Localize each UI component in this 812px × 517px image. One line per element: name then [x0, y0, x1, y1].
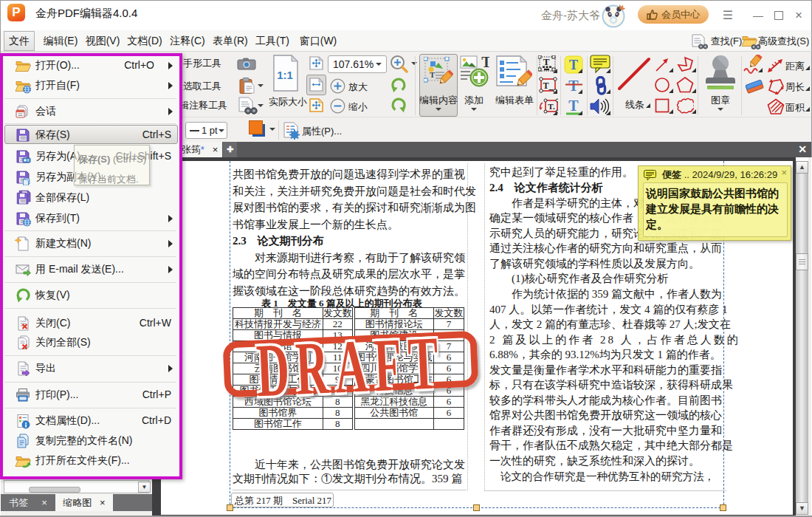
- svg-text:T.: T.: [548, 102, 555, 111]
- svg-text:T: T: [481, 55, 489, 70]
- svg-text:T: T: [569, 58, 578, 72]
- svg-text:T: T: [430, 70, 436, 79]
- svg-text:1:1: 1:1: [277, 69, 293, 81]
- svg-text:T: T: [543, 56, 550, 67]
